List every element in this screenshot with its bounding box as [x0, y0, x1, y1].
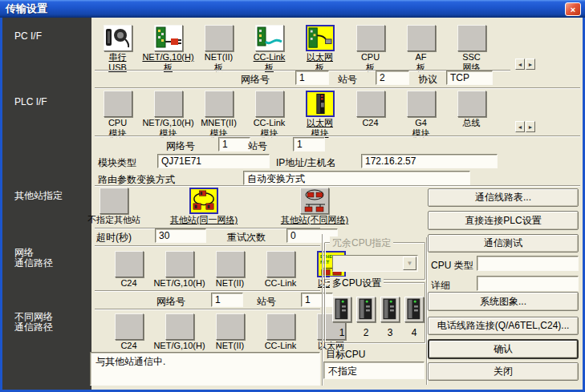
plcif-option-g4-module[interactable]: G4 模块	[396, 91, 446, 138]
other-station-option-diff-network[interactable]: 其他站(不同网络)	[262, 188, 368, 224]
chevron-down-icon[interactable]: ▼	[403, 257, 416, 270]
pcif-option-serial-usb[interactable]: 串行 USB	[92, 25, 143, 72]
icon-label: NET(II)	[205, 53, 233, 62]
other-station-option-none[interactable]: 不指定其他站	[77, 188, 151, 224]
connection-channel-list-button[interactable]: 通信线路表...	[428, 188, 579, 207]
target-cpu-label: 目标CPU	[326, 348, 365, 362]
sidebar-label-diff-route-2: 通信路径	[14, 321, 53, 333]
redundant-cpu-group-label: 冗余CPU指定	[330, 236, 393, 250]
pcif-network-field[interactable]: 1	[295, 71, 329, 85]
other-station-option-same-network-selected[interactable]: 其他站(同一网络)	[151, 188, 257, 224]
network-route-option-c24[interactable]: C24	[104, 251, 154, 288]
icon-label: NET/G,10(H)	[153, 341, 205, 350]
module-type-field[interactable]: QJ71E71	[157, 154, 270, 168]
icon-label: 其他站(不同网络)	[281, 216, 348, 224]
pcif-option-af-board[interactable]: AF 板	[396, 25, 446, 72]
plcif-network-field[interactable]: 1	[218, 137, 250, 152]
pcif-option-net-g10h-board[interactable]: NET/G,10(H) 板	[143, 25, 193, 72]
pcif-protocol-field[interactable]: TCP	[446, 71, 493, 85]
same-network-icon	[189, 188, 218, 214]
ethernet-board-icon	[306, 25, 335, 51]
separator	[95, 309, 320, 310]
target-cpu-field[interactable]: 不指定	[323, 362, 425, 379]
diff-route-option-c24[interactable]: C24	[104, 313, 154, 350]
icon-label: CC-Link	[254, 53, 286, 62]
blank-route-icon	[165, 251, 194, 277]
diff-network-icon	[300, 188, 329, 214]
icon-label: 不指定其他站	[87, 216, 140, 224]
sidebar-label-network-route-1: 网络	[14, 247, 34, 258]
blank-route-icon	[165, 313, 194, 340]
ethernet-module-icon	[306, 91, 335, 117]
diff-route-option-cclink[interactable]: CC-Link	[255, 313, 306, 350]
route-param-field[interactable]: 自动变换方式	[243, 171, 470, 185]
icon-label: 总线	[463, 119, 481, 127]
diff-route-option-net2[interactable]: NET(II)	[205, 313, 255, 350]
plcif-option-c24[interactable]: C24	[345, 91, 396, 138]
net-board-icon	[154, 25, 183, 51]
pcif-option-cclink-board[interactable]: CC-Link 板	[244, 25, 295, 72]
ip-host-field[interactable]: 172.16.2.57	[361, 154, 498, 168]
plcif-option-net-g10h-module[interactable]: NET/G,10(H) 模块	[143, 91, 193, 138]
plcif-option-cpu-module[interactable]: CPU 模块	[92, 91, 143, 138]
system-image-button[interactable]: 系统图象...	[428, 292, 579, 311]
direct-plc-setting-button[interactable]: 直接连接PLC设置	[428, 211, 579, 230]
network-route-option-net2[interactable]: NET(II)	[205, 251, 255, 288]
ok-button[interactable]: 确认	[428, 339, 579, 359]
blank-module-icon	[457, 91, 486, 117]
icon-label: C24	[120, 279, 136, 288]
other-station-row: 不指定其他站 其他站(同一网络) 其他站(不同网络)	[77, 188, 368, 224]
pcif-option-net2-board[interactable]: NET(II) 板	[193, 25, 244, 72]
redundant-cpu-select[interactable]: ▼	[332, 255, 418, 272]
pcif-station-label: 站号	[338, 73, 357, 87]
network-route-option-net-g10h[interactable]: NET/G,10(H)	[154, 251, 205, 288]
plcif-option-bus[interactable]: 总线	[446, 91, 497, 138]
blank-route-icon	[115, 251, 144, 277]
plcif-option-ethernet-module-selected[interactable]: 以太网 模块	[295, 91, 345, 138]
pcif-station-field[interactable]: 2	[376, 71, 409, 85]
plcif-option-cclink-module[interactable]: CC-Link 模块	[244, 91, 295, 138]
comm-test-button[interactable]: 通信测试	[428, 234, 579, 253]
pcif-option-cpu-board[interactable]: CPU 板	[345, 25, 396, 72]
plcif-scroll-right-icon[interactable]: ►	[526, 121, 535, 132]
blank-route-icon	[266, 313, 295, 340]
multi-cpu-2-button[interactable]	[356, 297, 376, 322]
pcif-option-ethernet-board-selected[interactable]: 以太网 板	[295, 25, 345, 72]
multi-cpu-1-number: 1	[332, 327, 351, 338]
network-route-option-cclink[interactable]: CC-Link	[255, 251, 306, 288]
module-type-label: 模块类型	[98, 156, 136, 170]
plcif-network-label: 网络号	[166, 139, 195, 153]
multi-cpu-3-button[interactable]	[380, 297, 400, 322]
close-button[interactable]: 关闭	[428, 362, 579, 381]
plcif-option-mnet2-module[interactable]: MNET(II) 模块	[193, 91, 244, 138]
multi-cpu-1-button[interactable]	[332, 297, 351, 322]
icon-label: 以太网	[307, 119, 333, 127]
separator	[95, 185, 580, 187]
close-icon[interactable]: ×	[565, 2, 581, 16]
blank-route-icon	[266, 251, 295, 277]
plcif-scroll-left-icon[interactable]: ◄	[515, 121, 525, 132]
phone-line-button[interactable]: 电话线路连接(Q/A6TEL,C24)...	[428, 317, 579, 335]
icon-label: NET(II)	[216, 341, 244, 350]
pcif-scroll-right-icon[interactable]: ►	[526, 59, 535, 70]
detail-label: 详细	[431, 279, 450, 293]
sidebar-label-other-station: 其他站指定	[14, 190, 63, 201]
diff-route-row: C24 NET/G,10(H) NET(II) CC-Link 以太网	[104, 313, 356, 350]
cpu-type-field	[477, 256, 579, 271]
pcif-option-ssc-network[interactable]: SSC 网络	[446, 25, 497, 72]
blank-module-icon	[407, 91, 436, 117]
multi-cpu-4-button[interactable]	[404, 297, 424, 322]
icon-label: NET(II)	[216, 279, 244, 288]
plcif-station-field[interactable]: 1	[293, 137, 325, 152]
pcif-scroll-left-icon[interactable]: ◄	[515, 59, 525, 70]
network-route-network-field[interactable]: 1	[211, 293, 243, 307]
cclink-board-icon	[255, 25, 284, 51]
transfer-setup-dialog: 传输设置 × PC I/F PLC I/F 其他站指定 网络 通信路径 不同网络…	[0, 0, 585, 392]
pcif-protocol-label: 协议	[418, 73, 437, 87]
retry-label: 重试次数	[227, 231, 266, 244]
separator	[95, 290, 320, 292]
timeout-field[interactable]: 30	[155, 228, 206, 243]
ip-host-label: IP地址/主机名	[276, 156, 336, 170]
serial-usb-icon	[104, 25, 132, 51]
diff-route-option-net-g10h[interactable]: NET/G,10(H)	[154, 313, 205, 350]
